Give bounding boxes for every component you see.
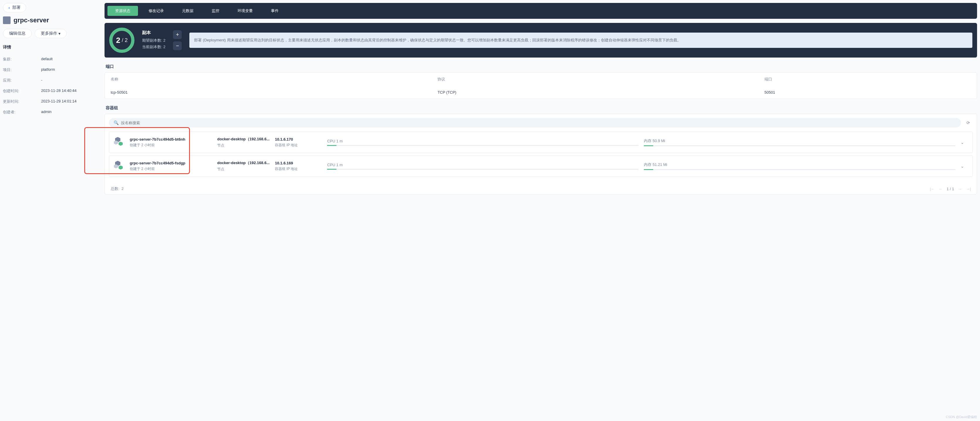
detail-value: -	[41, 78, 42, 83]
cpu-bar	[327, 145, 638, 146]
pod-name: grpc-server-7b7cc494d5-bt6nh	[130, 137, 212, 141]
ports-table: 名称 协议 端口 tcp-50501 TCP (TCP) 50501	[105, 72, 977, 99]
search-input[interactable]	[121, 121, 956, 125]
pod-icon	[114, 137, 124, 148]
ports-col-name: 名称	[111, 76, 438, 82]
tab-revision-history[interactable]: 修改记录	[141, 6, 172, 16]
pods-heading: 容器组	[106, 105, 977, 111]
replica-card: 2 / 2 副本 期望副本数: 2 当前副本数: 2 + − 部署 (Deplo…	[105, 23, 977, 57]
mem-bar	[644, 145, 955, 146]
back-button[interactable]: ‹ 部署	[3, 3, 26, 12]
detail-label: 创建者:	[3, 110, 41, 115]
pod-node-label: 节点	[217, 143, 269, 148]
deployment-icon	[3, 16, 11, 24]
more-actions-label: 更多操作	[41, 31, 57, 36]
ports-heading: 端口	[106, 64, 977, 69]
back-label: 部署	[12, 5, 21, 10]
detail-label: 更新时间:	[3, 99, 41, 104]
pod-name: grpc-server-7b7cc494d5-fsdgp	[130, 161, 212, 165]
deployment-description: 部署 (Deployment) 用来描述期望应用达到的目标状态，主要用来描述无状…	[189, 33, 972, 48]
page-title-block: grpc-server	[3, 16, 100, 24]
detail-value: 2023-11-28 14:40:44	[41, 88, 76, 94]
tab-monitoring[interactable]: 监控	[204, 6, 227, 16]
pod-created: 创建于 2 小时前	[130, 143, 212, 148]
chevron-down-icon[interactable]: ⌄	[961, 164, 968, 168]
total-label: 总数:	[111, 186, 119, 191]
pod-ip: 10.1.6.170	[275, 137, 322, 141]
table-row: tcp-50501 TCP (TCP) 50501	[105, 86, 977, 98]
chevron-down-icon[interactable]: ⌄	[961, 140, 968, 145]
chevron-left-icon: ‹	[8, 5, 10, 10]
cpu-bar	[327, 169, 638, 170]
pods-card: 🔍 ⟳ grpc-server-7b7cc494d5-bt6nh 创建于 2 小…	[105, 114, 977, 195]
replica-minus-button[interactable]: −	[173, 41, 182, 50]
tab-env-vars[interactable]: 环境变量	[230, 6, 261, 16]
port-protocol: TCP (TCP)	[438, 90, 764, 95]
total-count: 2	[121, 186, 124, 191]
pod-icon	[114, 161, 124, 172]
replica-ring: 2 / 2	[109, 28, 134, 53]
detail-value: platform	[41, 67, 55, 73]
tab-metadata[interactable]: 元数据	[174, 6, 201, 16]
tab-resource-status[interactable]: 资源状态	[107, 6, 138, 16]
edit-info-button[interactable]: 编辑信息	[3, 29, 32, 38]
detail-label: 应用:	[3, 78, 41, 83]
detail-value: 2023-11-29 14:01:14	[41, 99, 76, 104]
pod-mem: 内存 51.21 Mi	[644, 162, 955, 167]
refresh-button[interactable]: ⟳	[964, 118, 973, 127]
detail-value: default	[41, 57, 52, 62]
pod-row[interactable]: grpc-server-7b7cc494d5-bt6nh 创建于 2 小时前 d…	[109, 132, 973, 153]
replica-plus-button[interactable]: +	[173, 30, 182, 39]
detail-label: 创建时间:	[3, 88, 41, 94]
page-prev-icon[interactable]: ←	[939, 187, 942, 191]
pod-created: 创建于 2 小时前	[130, 167, 212, 172]
pod-ip-label: 容器组 IP 地址	[275, 143, 322, 148]
search-box[interactable]: 🔍	[109, 118, 961, 127]
replica-current-label: 当前副本数: 2	[142, 44, 165, 49]
detail-label: 集群:	[3, 57, 41, 62]
page-indicator: 1 / 1	[947, 187, 954, 191]
pod-cpu: CPU 1 m	[327, 163, 638, 167]
detail-value: admin	[41, 110, 51, 115]
pod-node-label: 节点	[217, 167, 269, 172]
pod-ip-label: 容器组 IP 地址	[275, 167, 322, 172]
pod-cpu: CPU 1 m	[327, 139, 638, 143]
page-title: grpc-server	[13, 16, 49, 24]
detail-label: 项目:	[3, 67, 41, 73]
more-actions-button[interactable]: 更多操作 ▾	[35, 29, 67, 38]
pod-mem: 内存 50.9 Mi	[644, 138, 955, 143]
ports-col-port: 端口	[765, 76, 971, 82]
mem-bar	[644, 169, 955, 170]
pod-ip: 10.1.6.169	[275, 161, 322, 165]
page-next-icon[interactable]: →	[958, 187, 962, 191]
page-last-icon[interactable]: →|	[966, 187, 971, 191]
replica-current: 2	[116, 36, 120, 45]
replica-title: 副本	[142, 30, 165, 35]
page-first-icon[interactable]: |←	[930, 187, 934, 191]
replica-desired-label: 期望副本数: 2	[142, 38, 165, 43]
tab-bar: 资源状态 修改记录 元数据 监控 环境变量 事件	[105, 3, 977, 19]
table-footer: 总数: 2 |← ← 1 / 1 → →|	[105, 183, 977, 194]
port-name: tcp-50501	[111, 90, 438, 95]
pod-row[interactable]: grpc-server-7b7cc494d5-fsdgp 创建于 2 小时前 d…	[109, 155, 973, 177]
replica-desired: 2	[125, 37, 128, 43]
pod-node: docker-desktop（192.168.6...	[217, 137, 269, 142]
ports-col-protocol: 协议	[438, 76, 764, 82]
port-value: 50501	[765, 90, 971, 95]
details-heading: 详情	[3, 44, 100, 50]
caret-down-icon: ▾	[59, 31, 60, 36]
tab-events[interactable]: 事件	[263, 6, 286, 16]
pod-node: docker-desktop（192.168.6...	[217, 160, 269, 165]
search-icon: 🔍	[114, 121, 119, 125]
